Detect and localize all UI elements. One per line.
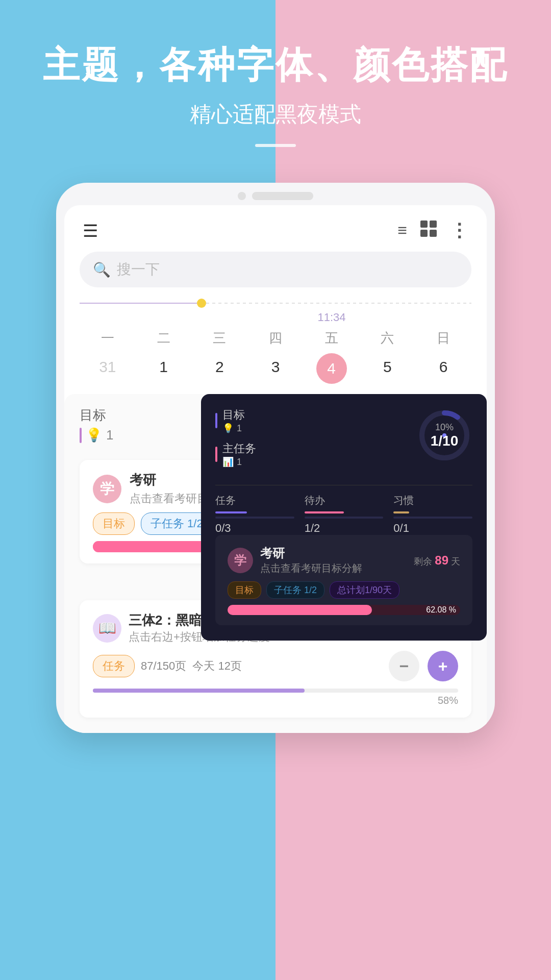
book-progress-bar-wrap <box>93 689 458 693</box>
dark-task-sub: 点击查看考研目标分解 <box>260 561 407 575</box>
dark-days-label: 剩余 <box>414 556 432 567</box>
timeline-left-line <box>80 303 197 304</box>
ring-center: 10% 1/10 <box>431 422 459 449</box>
date-3[interactable]: 3 <box>247 353 304 384</box>
book-progress-label: 58% <box>93 695 458 706</box>
book-pages-current: 87/150页 <box>141 658 186 674</box>
ring-percent: 10% <box>431 422 459 433</box>
dark-main-task-label: 主任务 <box>222 441 256 456</box>
more-icon[interactable]: ⋮ <box>450 220 468 241</box>
dark-habit-stat: 习惯 0/1 <box>393 494 472 535</box>
book-progress-fill <box>93 689 305 693</box>
dark-goal-area: 目标 💡 1 <box>222 407 245 434</box>
dark-task-title: 考研 <box>260 545 407 561</box>
book-today-pages: 今天 12页 <box>192 658 242 674</box>
dark-stat-goal: 目标 💡 1 <box>215 407 416 434</box>
goal-icon: 💡 <box>86 427 102 443</box>
app-topbar: ☰ ≡ ⋮ <box>64 205 487 247</box>
dark-task-label: 任务 <box>215 494 294 507</box>
date-6[interactable]: 6 <box>415 353 471 384</box>
dark-left-stats: 目标 💡 1 <box>215 407 416 475</box>
dark-stat-main-task: 主任务 📊 1 <box>215 441 416 468</box>
dark-overlay: 目标 💡 1 <box>201 394 487 641</box>
timeline-section: 11:34 <box>64 296 487 324</box>
date-5[interactable]: 5 <box>360 353 416 384</box>
book-tags: 任务 87/150页 今天 12页 − + <box>93 651 458 681</box>
dark-task-bar-fill <box>215 511 247 513</box>
ring-value: 1/10 <box>431 433 459 449</box>
svg-rect-2 <box>420 230 428 237</box>
minus-button[interactable]: − <box>389 651 419 681</box>
list-view-icon[interactable]: ≡ <box>397 221 407 240</box>
svg-rect-3 <box>430 230 437 237</box>
dark-pending-bar-bg <box>305 517 384 519</box>
dark-task-header: 学 考研 点击查看考研目标分解 剩余 89 天 <box>228 545 460 575</box>
dark-tag-plan[interactable]: 总计划1/90天 <box>330 581 399 599</box>
search-icon: 🔍 <box>93 261 111 278</box>
dark-stats-top: 目标 💡 1 <box>215 407 472 475</box>
header-title: 主题，各种字体、颜色搭配 <box>0 41 551 90</box>
stats-section: 目标 💡 1 主任务 <box>64 394 487 584</box>
svg-rect-0 <box>420 220 428 228</box>
date-1[interactable]: 1 <box>136 353 192 384</box>
dark-tag-target[interactable]: 目标 <box>228 581 261 599</box>
header-section: 主题，各种字体、颜色搭配 精心适配黑夜模式 <box>0 0 551 167</box>
dark-task-value: 0/3 <box>215 522 294 535</box>
timeline-dot[interactable] <box>197 299 206 308</box>
date-4-today[interactable]: 4 <box>316 353 347 384</box>
stat-goal: 目标 💡 1 <box>80 406 196 448</box>
goal-bar-indicator <box>80 428 82 443</box>
phone-speaker <box>252 192 313 200</box>
dark-days-badge: 剩余 89 天 <box>414 553 460 568</box>
dark-goal-bar <box>215 413 217 428</box>
svg-rect-1 <box>430 220 437 228</box>
timeline-right-line <box>206 303 471 304</box>
search-bar[interactable]: 🔍 搜一下 <box>80 252 471 287</box>
dark-task-info: 考研 点击查看考研目标分解 <box>260 545 407 575</box>
background: 主题，各种字体、颜色搭配 精心适配黑夜模式 ☰ ≡ <box>0 0 551 980</box>
dark-habit-bar-bg <box>393 517 472 519</box>
dark-tag-subtask[interactable]: 子任务 1/2 <box>266 581 324 599</box>
weekday-fri: 五 <box>304 329 360 347</box>
weekday-tue: 二 <box>136 329 192 347</box>
hamburger-icon[interactable]: ☰ <box>83 220 98 241</box>
weekday-sat: 六 <box>360 329 416 347</box>
dark-task-progress-row: 62.08 % <box>228 605 460 615</box>
dark-main-task-area: 主任务 📊 1 <box>222 441 256 468</box>
calendar-section: 一 二 三 四 五 六 日 31 1 2 3 4 5 <box>64 329 487 394</box>
date-31[interactable]: 31 <box>80 353 136 384</box>
book-avatar: 📖 <box>93 614 121 643</box>
dark-main-task-count: 1 <box>237 457 242 468</box>
dark-task-card[interactable]: 学 考研 点击查看考研目标分解 剩余 89 天 <box>215 535 472 625</box>
header-divider <box>255 144 296 147</box>
dark-pending-bar-fill <box>305 511 344 513</box>
phone-camera-dot <box>238 192 246 200</box>
dark-pending-label: 待办 <box>305 494 384 507</box>
timeline-time: 11:34 <box>192 311 471 324</box>
weekday-mon: 一 <box>80 329 136 347</box>
dark-goal-label: 目标 <box>222 407 245 423</box>
header-subtitle: 精心适配黑夜模式 <box>0 100 551 129</box>
weekday-sun: 日 <box>415 329 471 347</box>
dark-pending-value: 1/2 <box>305 522 384 535</box>
book-tag-type[interactable]: 任务 <box>93 655 135 677</box>
stat-goal-icon-row: 💡 1 <box>80 427 196 443</box>
dark-task-stat: 任务 0/3 <box>215 494 294 535</box>
dark-task-bar-bg <box>215 517 294 519</box>
dark-habit-label: 习惯 <box>393 494 472 507</box>
plus-button[interactable]: + <box>428 651 458 681</box>
dark-task-tags: 目标 子任务 1/2 总计划1/90天 <box>228 581 460 599</box>
dark-task-progress-fill <box>228 605 372 615</box>
grid-view-icon[interactable] <box>419 219 438 241</box>
dark-main-task-icon: 📊 <box>222 456 234 468</box>
weekday-wed: 三 <box>191 329 247 347</box>
search-placeholder: 搜一下 <box>117 260 160 279</box>
dark-days-unit: 天 <box>451 556 460 567</box>
tag-target-light[interactable]: 目标 <box>93 512 135 535</box>
dark-main-task-icon-row: 📊 1 <box>222 456 256 468</box>
phone-top-bar <box>56 183 495 205</box>
week-header: 一 二 三 四 五 六 日 <box>80 329 471 347</box>
date-2[interactable]: 2 <box>191 353 247 384</box>
dark-habit-value: 0/1 <box>393 522 472 535</box>
stat-goal-count: 1 <box>106 427 113 443</box>
